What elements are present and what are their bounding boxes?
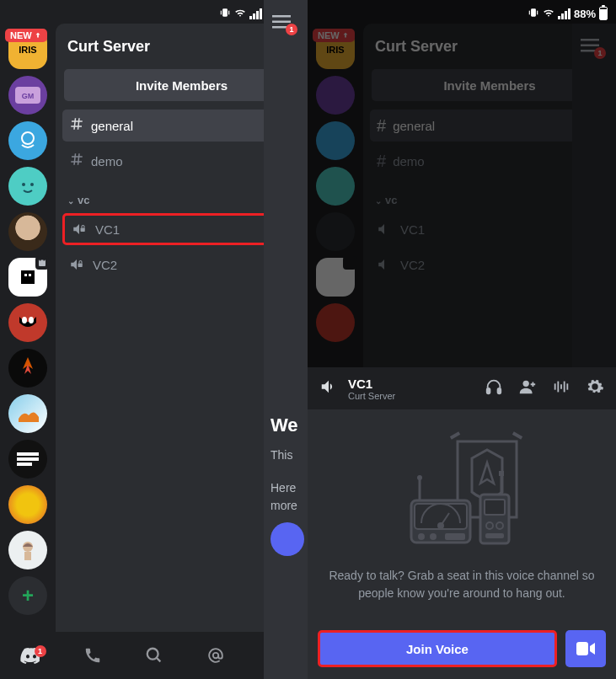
server-icon[interactable] [316,303,355,342]
svg-rect-43 [554,383,556,389]
speaker-lock-icon [377,257,392,272]
statusbar-icons [528,7,570,21]
video-button[interactable] [565,630,606,667]
nav-friends-button[interactable] [74,646,111,665]
svg-rect-33 [537,10,538,14]
svg-rect-0 [222,8,228,16]
svg-rect-40 [487,388,490,393]
notification-badge: 1 [594,47,606,59]
gear-icon[interactable] [586,377,604,399]
svg-rect-46 [564,382,565,393]
bottom-nav: 1 [0,632,308,679]
screenshot-left: 88% NEW IRIS GM [0,0,308,679]
signal-icon [249,8,262,19]
svg-point-6 [22,183,25,186]
voice-body: Ready to talk? Grab a seat in this voice… [308,409,616,622]
svg-point-55 [418,533,425,540]
svg-point-30 [212,653,217,658]
server-icon[interactable] [316,167,355,206]
svg-rect-67 [576,642,588,655]
signal-icon [558,8,570,19]
nav-mentions-button[interactable] [197,646,234,665]
event-badge-icon [343,256,356,270]
server-title: Curt Server [375,38,458,56]
event-badge-icon [35,256,49,270]
welcome-heading: We [271,414,298,436]
wifi-icon [233,7,247,21]
server-icon[interactable] [8,349,47,388]
vibrate-icon [219,7,231,21]
statusbar: 88% [0,0,308,24]
server-icon[interactable] [8,394,47,433]
server-icon[interactable] [8,258,47,297]
svg-point-56 [430,533,437,540]
battery-percent: 88% [574,8,596,20]
statusbar-icons [219,7,262,21]
speaker-lock-icon [377,222,392,237]
server-icon[interactable] [8,485,47,524]
server-icon[interactable] [316,121,355,160]
svg-rect-49 [450,431,460,439]
server-title: Curt Server [67,38,150,56]
app-frame: NEW IRIS GM [0,24,308,632]
hash-icon [69,116,84,136]
new-badge: NEW [313,29,355,42]
server-icon[interactable] [8,531,47,569]
chat-peek: 1 We This Here more [264,0,308,679]
voice-channel-label: VC2 [93,258,117,272]
welcome-subtitle: This Here more [271,446,297,515]
svg-rect-16 [17,452,39,456]
vibrate-icon [528,7,539,21]
wifi-icon [542,7,555,21]
add-user-icon[interactable] [518,377,537,399]
nav-search-button[interactable] [136,646,173,665]
speaker-lock-icon [72,222,87,237]
add-server-button[interactable]: + [8,576,47,615]
svg-rect-8 [39,260,46,267]
headphones-icon[interactable] [485,377,503,399]
svg-rect-47 [566,383,568,389]
server-icon[interactable] [8,167,47,206]
server-icon[interactable] [8,440,47,479]
notification-badge: 1 [286,24,297,35]
svg-point-5 [22,132,34,144]
svg-rect-18 [17,462,32,466]
svg-rect-11 [21,270,35,284]
server-icon[interactable]: GM [8,76,47,115]
svg-rect-45 [560,384,562,389]
voice-channel-label: VC1 [95,222,120,237]
server-icon[interactable] [316,258,355,297]
svg-rect-26 [272,15,291,18]
svg-text:GM: GM [22,92,35,100]
voice-actions: Join Voice [308,622,616,679]
server-icon[interactable] [316,212,355,251]
hash-icon: # [377,116,386,136]
svg-rect-25 [78,264,83,268]
svg-rect-2 [228,10,229,14]
action-pill[interactable] [271,522,304,556]
svg-rect-44 [557,382,559,393]
server-icon[interactable] [8,121,47,160]
hash-icon [69,152,84,171]
join-voice-button[interactable]: Join Voice [318,630,557,667]
soundboard-icon[interactable] [552,377,570,399]
svg-point-59 [417,475,422,480]
svg-rect-1 [221,10,222,14]
svg-point-15 [29,317,34,323]
svg-point-7 [30,183,34,186]
voice-channel-title: VC1 [348,377,474,391]
nav-discord-button[interactable]: 1 [13,647,50,664]
new-badge: NEW [5,29,47,42]
server-icon[interactable] [316,76,355,115]
svg-rect-27 [272,21,291,24]
voice-bottom-sheet: VC1 Curt Server [308,367,616,679]
server-icon[interactable] [8,212,47,251]
server-icon[interactable] [8,303,47,342]
svg-rect-66 [499,471,504,476]
statusbar: 88% [308,0,616,24]
voice-server-subtitle: Curt Server [348,391,474,401]
speaker-lock-icon [69,257,84,272]
battery-icon [599,7,608,20]
channel-label: general [91,119,133,133]
svg-rect-13 [29,274,31,276]
